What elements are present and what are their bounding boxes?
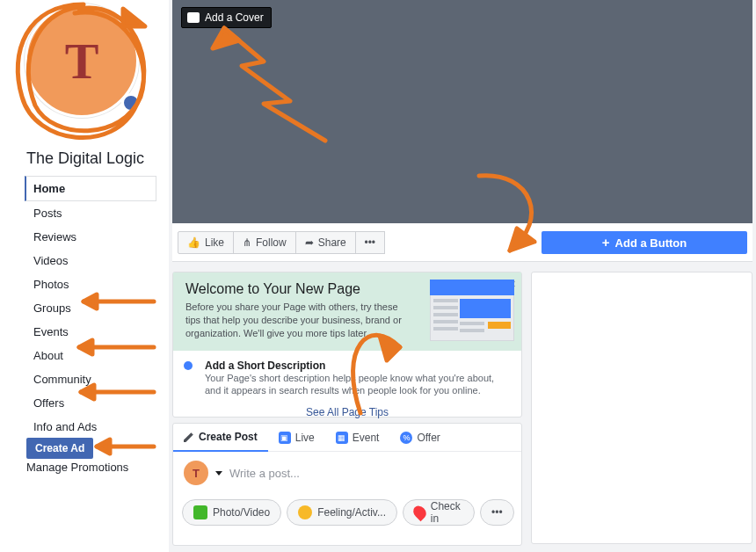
welcome-text: Before you share your Page with others, … bbox=[185, 301, 405, 340]
chip-feeling-label: Feeling/Activ... bbox=[317, 506, 386, 519]
cover-area[interactable]: Add a Cover bbox=[172, 0, 752, 223]
tab-event[interactable]: ▦ Event bbox=[325, 424, 390, 451]
see-all-tips-link[interactable]: See All Page Tips bbox=[173, 397, 521, 418]
share-button[interactable]: ➦ Share bbox=[295, 231, 356, 254]
tab-create-post-label: Create Post bbox=[199, 431, 258, 443]
tab-offer[interactable]: % Offer bbox=[389, 424, 450, 451]
tip-text: Your Page's short description helps peop… bbox=[205, 372, 509, 398]
feeling-icon bbox=[298, 505, 312, 519]
tab-offer-label: Offer bbox=[417, 432, 440, 444]
page-nav: Home Posts Reviews Videos Photos Groups … bbox=[25, 176, 156, 439]
nav-item-about[interactable]: About bbox=[25, 344, 156, 367]
calendar-icon: ▦ bbox=[336, 432, 348, 444]
tip-bullet-icon bbox=[184, 361, 193, 370]
photo-icon bbox=[193, 505, 207, 519]
composer-avatar[interactable]: T bbox=[184, 461, 208, 485]
tab-live-label: Live bbox=[295, 432, 315, 444]
nav-item-community[interactable]: Community bbox=[25, 367, 156, 391]
pencil-icon bbox=[184, 432, 194, 442]
page-title: The Digital Logic bbox=[26, 149, 144, 168]
right-column bbox=[531, 272, 752, 544]
welcome-tip[interactable]: Add a Short Description Your Page's shor… bbox=[173, 351, 521, 398]
nav-item-offers[interactable]: Offers bbox=[25, 391, 156, 415]
tab-live[interactable]: ▣ Live bbox=[268, 424, 325, 451]
nav-item-info-ads[interactable]: Info and Ads bbox=[25, 415, 156, 439]
create-ad-button[interactable]: Create Ad bbox=[26, 438, 93, 459]
chip-checkin-label: Check in bbox=[431, 500, 463, 525]
tip-title: Add a Short Description bbox=[205, 360, 509, 372]
post-composer: Create Post ▣ Live ▦ Event % Offer T Wri… bbox=[172, 423, 522, 546]
thumbs-up-icon: 👍 bbox=[187, 236, 200, 249]
rss-icon: ⋔ bbox=[243, 236, 251, 249]
add-cover-label: Add a Cover bbox=[205, 11, 264, 24]
welcome-header: Welcome to Your New Page Before you shar… bbox=[173, 272, 521, 351]
add-button-label: Add a Button bbox=[615, 236, 687, 250]
audience-caret-icon[interactable] bbox=[215, 471, 222, 476]
nav-item-events[interactable]: Events bbox=[25, 320, 156, 344]
like-label: Like bbox=[205, 236, 224, 249]
follow-button[interactable]: ⋔ Follow bbox=[233, 231, 296, 254]
nav-item-videos[interactable]: Videos bbox=[25, 249, 156, 272]
profile-image[interactable]: T bbox=[25, 4, 142, 121]
welcome-card: Welcome to Your New Page Before you shar… bbox=[172, 272, 522, 418]
chip-checkin[interactable]: Check in bbox=[403, 499, 475, 526]
live-icon: ▣ bbox=[279, 432, 291, 444]
more-actions-button[interactable]: ••• bbox=[355, 231, 385, 254]
more-icon: ••• bbox=[491, 506, 503, 519]
nav-item-posts[interactable]: Posts bbox=[25, 201, 156, 225]
nav-item-reviews[interactable]: Reviews bbox=[25, 225, 156, 249]
location-icon bbox=[411, 504, 428, 521]
manage-promotions-link[interactable]: Manage Promotions bbox=[26, 461, 128, 474]
more-icon: ••• bbox=[364, 236, 375, 249]
chip-photo-video-label: Photo/Video bbox=[213, 506, 270, 519]
nav-item-groups[interactable]: Groups bbox=[25, 296, 156, 320]
composer-attachments: Photo/Video Feeling/Activ... Check in ••… bbox=[173, 494, 521, 534]
composer-input-row: T Write a post... bbox=[173, 452, 521, 494]
add-cover-button[interactable]: Add a Cover bbox=[181, 7, 272, 28]
avatar-badge-icon bbox=[121, 93, 141, 113]
chip-more[interactable]: ••• bbox=[480, 499, 514, 526]
composer-input[interactable]: Write a post... bbox=[229, 467, 300, 480]
add-a-button[interactable]: + Add a Button bbox=[542, 231, 747, 254]
share-icon: ➦ bbox=[305, 236, 314, 249]
avatar-letter: T bbox=[65, 32, 99, 91]
share-label: Share bbox=[318, 236, 346, 249]
composer-tabs: Create Post ▣ Live ▦ Event % Offer bbox=[173, 424, 521, 452]
left-sidebar: T The Digital Logic Home Posts Reviews V… bbox=[0, 0, 169, 552]
like-button[interactable]: 👍 Like bbox=[178, 231, 234, 254]
nav-item-photos[interactable]: Photos bbox=[25, 272, 156, 296]
offer-icon: % bbox=[400, 432, 412, 444]
camera-icon bbox=[187, 12, 200, 23]
tab-create-post[interactable]: Create Post bbox=[173, 424, 268, 452]
chip-photo-video[interactable]: Photo/Video bbox=[182, 499, 281, 526]
nav-item-home[interactable]: Home bbox=[25, 176, 156, 201]
page-action-bar: 👍 Like ⋔ Follow ➦ Share ••• + Add a Butt… bbox=[172, 223, 752, 262]
follow-label: Follow bbox=[256, 236, 287, 249]
chip-feeling[interactable]: Feeling/Activ... bbox=[287, 499, 397, 526]
welcome-illustration bbox=[430, 280, 514, 341]
tab-event-label: Event bbox=[353, 432, 380, 444]
